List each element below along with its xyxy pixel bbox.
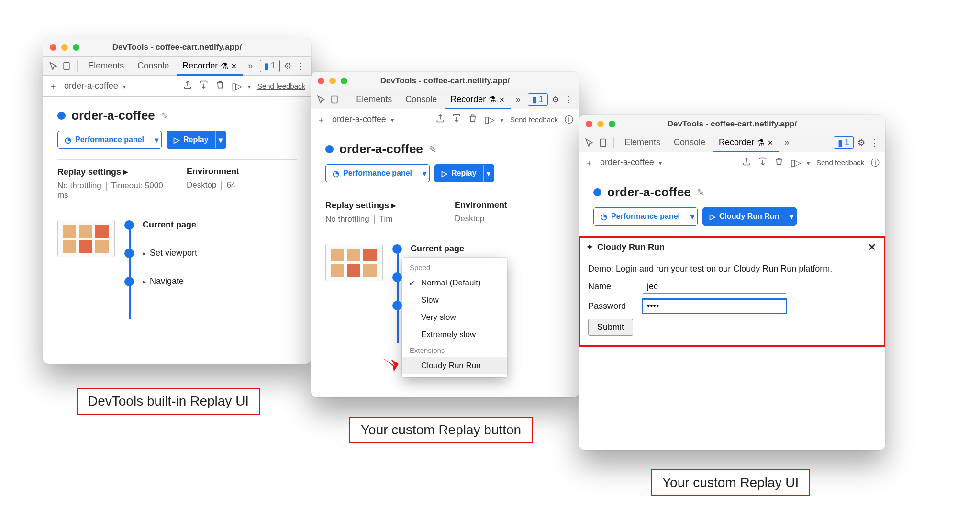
tab-elements[interactable]: Elements <box>82 57 130 76</box>
minimize-icon[interactable] <box>61 44 68 51</box>
settings-icon[interactable]: ⚙ <box>550 94 561 105</box>
more-tabs-icon[interactable]: » <box>781 137 792 148</box>
chevron-down-icon[interactable]: ▾ <box>419 165 429 182</box>
export-icon[interactable] <box>435 113 445 125</box>
help-icon[interactable]: ⓘ <box>871 157 880 169</box>
more-tabs-icon[interactable]: » <box>512 94 524 105</box>
edit-name-icon[interactable]: ✎ <box>161 110 169 122</box>
chevron-down-icon[interactable]: ▾ <box>151 131 161 148</box>
menu-item-normal[interactable]: Normal (Default) <box>402 274 507 292</box>
performance-panel-button[interactable]: ◔Performance panel ▾ <box>593 207 698 226</box>
maximize-icon[interactable] <box>609 121 615 127</box>
replay-button[interactable]: ▷Replay ▾ <box>434 164 494 182</box>
export-icon[interactable] <box>183 80 192 92</box>
tab-close-icon[interactable]: ✕ <box>231 62 237 70</box>
titlebar[interactable]: DevTools - coffee-cart.netlify.app/ <box>43 38 311 57</box>
menu-item-cloudy-run-run[interactable]: Cloudy Run Run <box>402 357 507 374</box>
kebab-icon[interactable]: ⋮ <box>869 137 880 148</box>
titlebar[interactable]: DevTools - coffee-cart.netlify.app/ <box>311 72 579 90</box>
delete-icon[interactable] <box>215 80 225 92</box>
maximize-icon[interactable] <box>341 78 347 84</box>
step-menu-icon[interactable] <box>248 81 251 91</box>
close-icon[interactable] <box>318 78 324 84</box>
maximize-icon[interactable] <box>73 44 79 51</box>
performance-panel-button[interactable]: ◔ Performance panel ▾ <box>57 131 162 149</box>
send-feedback-link[interactable]: Send feedback <box>257 82 305 90</box>
new-recording-icon[interactable]: ＋ <box>317 114 325 125</box>
delete-icon[interactable] <box>774 157 784 169</box>
close-icon[interactable] <box>50 44 56 51</box>
tab-elements[interactable]: Elements <box>619 133 666 152</box>
tab-recorder[interactable]: Recorder ⚗ ✕ <box>445 90 511 109</box>
name-input[interactable] <box>643 280 786 294</box>
step-navigate[interactable]: Navigate <box>124 276 197 286</box>
chevron-down-icon[interactable]: ▾ <box>483 165 494 182</box>
send-feedback-link[interactable]: Send feedback <box>510 115 558 124</box>
settings-icon[interactable]: ⚙ <box>856 137 867 148</box>
recording-selector[interactable]: order-a-coffee <box>332 114 429 125</box>
chevron-down-icon[interactable]: ▾ <box>786 208 796 225</box>
step-menu-icon[interactable] <box>807 158 810 168</box>
recording-selector[interactable]: order-a-coffee <box>64 81 176 91</box>
tab-console[interactable]: Console <box>668 133 711 152</box>
close-panel-icon[interactable]: ✕ <box>866 241 878 253</box>
step-icon[interactable]: ▯▷ <box>484 114 494 125</box>
panel-title: Cloudy Run Run <box>597 242 665 252</box>
minimize-icon[interactable] <box>597 121 604 127</box>
inspect-icon[interactable] <box>316 94 327 105</box>
tab-recorder[interactable]: Recorder ⚗ ✕ <box>713 133 779 152</box>
chevron-down-icon[interactable]: ▾ <box>687 208 697 225</box>
tab-console[interactable]: Console <box>400 90 443 109</box>
inspect-icon[interactable] <box>48 60 59 72</box>
send-feedback-link[interactable]: Send feedback <box>816 159 864 167</box>
minimize-icon[interactable] <box>329 78 336 84</box>
tab-console[interactable]: Console <box>132 57 175 76</box>
step-current-page[interactable]: Current page <box>124 220 197 230</box>
submit-button[interactable]: Submit <box>588 319 633 336</box>
replay-settings-header[interactable]: Replay settings ▸ <box>57 167 167 177</box>
settings-icon[interactable]: ⚙ <box>282 60 293 72</box>
issues-button[interactable]: ▮1 <box>260 60 280 72</box>
import-icon[interactable] <box>199 80 209 92</box>
performance-panel-button[interactable]: ◔Performance panel ▾ <box>325 164 430 182</box>
issues-button[interactable]: ▮ 1 <box>834 136 854 149</box>
replay-button[interactable]: ▷ Replay ▾ <box>167 131 226 149</box>
device-icon[interactable] <box>61 60 73 72</box>
new-recording-icon[interactable]: ＋ <box>585 157 593 169</box>
callout-arrow-icon <box>380 354 400 374</box>
password-input[interactable] <box>643 299 786 313</box>
delete-icon[interactable] <box>468 113 478 125</box>
menu-item-very-slow[interactable]: Very slow <box>402 309 507 326</box>
menu-section-speed: Speed <box>402 260 507 274</box>
issues-button[interactable]: ▮ 1 <box>528 93 548 106</box>
device-icon[interactable] <box>597 137 609 148</box>
help-icon[interactable]: ⓘ <box>565 114 573 125</box>
kebab-icon[interactable]: ⋮ <box>295 60 306 72</box>
tab-recorder[interactable]: Recorder ⚗ ✕ <box>177 57 243 76</box>
step-set-viewport[interactable]: Set viewport <box>124 248 197 258</box>
titlebar[interactable]: DevTools - coffee-cart.netlify.app/ <box>579 115 885 133</box>
play-icon: ▷ <box>710 212 715 221</box>
step-icon[interactable]: ▯▷ <box>791 158 800 168</box>
kebab-icon[interactable]: ⋮ <box>563 94 574 105</box>
new-recording-icon[interactable]: ＋ <box>49 80 57 92</box>
menu-item-slow[interactable]: Slow <box>402 292 507 309</box>
step-menu-icon[interactable] <box>501 114 503 125</box>
inspect-icon[interactable] <box>584 137 595 148</box>
close-icon[interactable] <box>586 121 592 127</box>
step-icon[interactable]: ▯▷ <box>232 81 241 91</box>
menu-item-extremely-slow[interactable]: Extremely slow <box>402 326 507 343</box>
recording-selector[interactable]: order-a-coffee <box>600 158 735 168</box>
export-icon[interactable] <box>742 157 751 169</box>
issues-icon: ▮ <box>264 61 269 71</box>
chevron-down-icon[interactable]: ▾ <box>215 131 226 148</box>
cloudy-run-run-button[interactable]: ▷Cloudy Run Run ▾ <box>702 207 797 226</box>
tab-elements[interactable]: Elements <box>350 90 398 109</box>
replay-speed-menu: Speed Normal (Default) Slow Very slow Ex… <box>402 258 507 377</box>
device-icon[interactable] <box>329 94 341 105</box>
edit-name-icon[interactable]: ✎ <box>697 187 705 198</box>
more-tabs-icon[interactable]: » <box>245 60 256 72</box>
edit-name-icon[interactable]: ✎ <box>429 144 437 155</box>
import-icon[interactable] <box>452 113 461 125</box>
import-icon[interactable] <box>758 157 768 169</box>
